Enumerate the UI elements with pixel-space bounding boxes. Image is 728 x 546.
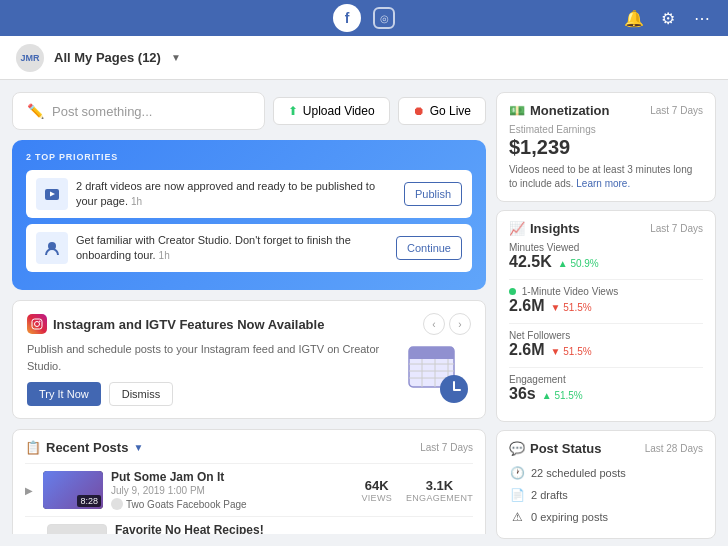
- priority-item-1: 2 draft videos are now approved and read…: [26, 170, 472, 218]
- post-thumbnail-1: 8:28: [43, 471, 103, 509]
- monetization-note: Videos need to be at least 3 minutes lon…: [509, 163, 703, 191]
- right-column: 💵 Monetization Last 7 Days Estimated Ear…: [496, 92, 716, 534]
- post-title-2: Favorite No Heat Recipes!: [115, 523, 353, 534]
- recent-posts-icon: 📋: [25, 440, 41, 455]
- go-live-button[interactable]: ⏺ Go Live: [398, 97, 486, 125]
- instagram-banner-body: Publish and schedule posts to your Insta…: [27, 341, 471, 406]
- more-options-icon[interactable]: ⋯: [692, 8, 712, 28]
- svg-point-5: [39, 321, 41, 323]
- recent-posts-header: 📋 Recent Posts ▼ Last 7 Days: [25, 440, 473, 455]
- divider: [509, 323, 703, 324]
- chevron-down-icon[interactable]: ▼: [171, 52, 181, 63]
- post-date-1: July 9, 2019 1:00 PM: [111, 485, 353, 496]
- instagram-banner-title: Instagram and IGTV Features Now Availabl…: [53, 317, 417, 332]
- try-it-now-button[interactable]: Try It Now: [27, 382, 101, 406]
- priority-video-icon: [36, 178, 68, 210]
- insights-row-engagement: Engagement 36s ▲ 51.5%: [509, 374, 703, 403]
- edit-icon: ✏️: [27, 103, 44, 119]
- trend-up-icon: ▲ 51.5%: [542, 390, 583, 401]
- post-status-period: Last 28 Days: [645, 443, 703, 454]
- instagram-banner-actions: Try It Now Dismiss: [27, 382, 393, 406]
- trend-down-icon: ▼ 51.5%: [551, 302, 592, 313]
- chevron-down-icon[interactable]: ▼: [133, 442, 143, 453]
- facebook-nav-icon[interactable]: f: [333, 4, 361, 32]
- post-thumbnail-2: Aa: [47, 524, 107, 534]
- left-column: ✏️ Post something... ⬆ Upload Video ⏺ Go…: [12, 92, 486, 534]
- priorities-card: 2 TOP PRIORITIES 2 draft videos are now …: [12, 140, 486, 290]
- recent-posts-title: 📋 Recent Posts ▼: [25, 440, 143, 455]
- priority-text-2: Get familiar with Creator Studio. Don't …: [76, 233, 388, 264]
- post-stats-2: -- VIEWS 3.1K ENGAGEMENT: [361, 531, 473, 535]
- settings-gear-icon[interactable]: ⚙: [658, 8, 678, 28]
- insights-row-video-views: 1-Minute Video Views 2.6M ▼ 51.5%: [509, 286, 703, 315]
- recent-posts-card: 📋 Recent Posts ▼ Last 7 Days ▶ 8:28 Put …: [12, 429, 486, 534]
- views-stat-1: 64K VIEWS: [361, 478, 392, 503]
- warning-icon: ⚠: [509, 510, 525, 524]
- upload-icon: ⬆: [288, 104, 298, 118]
- banner-prev-button[interactable]: ‹: [423, 313, 445, 335]
- instagram-banner-header: Instagram and IGTV Features Now Availabl…: [27, 313, 471, 335]
- trend-up-icon: ▲ 50.9%: [558, 258, 599, 269]
- notification-bell-icon[interactable]: 🔔: [624, 8, 644, 28]
- publish-button[interactable]: Publish: [404, 182, 462, 206]
- monetization-title: 💵 Monetization: [509, 103, 609, 118]
- green-dot-icon: [509, 288, 516, 295]
- learn-more-link[interactable]: Learn more.: [576, 178, 630, 189]
- drafts-row: 📄 2 drafts: [509, 484, 703, 506]
- post-status-header: 💬 Post Status Last 28 Days: [509, 441, 703, 456]
- video-indicator-icon: ▶: [25, 485, 33, 496]
- post-stats-1: 64K VIEWS 3.1K ENGAGEMENT: [361, 478, 473, 503]
- post-status-card: 💬 Post Status Last 28 Days 🕐 22 schedule…: [496, 430, 716, 539]
- post-title-1: Put Some Jam On It: [111, 470, 353, 484]
- nav-center: f ◎: [333, 4, 395, 32]
- insights-card: 📈 Insights Last 7 Days Minutes Viewed 42…: [496, 210, 716, 422]
- priority-text-1: 2 draft videos are now approved and read…: [76, 179, 396, 210]
- post-page-1: Two Goats Facebook Page: [111, 498, 353, 510]
- scheduled-posts-row: 🕐 22 scheduled posts: [509, 462, 703, 484]
- monetization-card: 💵 Monetization Last 7 Days Estimated Ear…: [496, 92, 716, 202]
- money-icon: 💵: [509, 103, 525, 118]
- video-duration-1: 8:28: [77, 495, 101, 507]
- drafts-icon: 📄: [509, 488, 525, 502]
- post-status-icon: 💬: [509, 441, 525, 456]
- svg-rect-8: [409, 355, 454, 359]
- clock-icon: 🕐: [509, 466, 525, 480]
- svg-point-4: [35, 322, 40, 327]
- insights-row-minutes: Minutes Viewed 42.5K ▲ 50.9%: [509, 242, 703, 271]
- insights-period: Last 7 Days: [650, 223, 703, 234]
- monetization-period: Last 7 Days: [650, 105, 703, 116]
- post-status-title: 💬 Post Status: [509, 441, 602, 456]
- post-composer-bar[interactable]: ✏️ Post something...: [12, 92, 265, 130]
- post-row: 📝 Aa Favorite No Heat Recipes! July 12, …: [25, 516, 473, 534]
- sub-header: JMR All My Pages (12) ▼: [0, 36, 728, 80]
- post-info-2: Favorite No Heat Recipes! July 12, 2019 …: [115, 523, 353, 534]
- top-action-area: ✏️ Post something... ⬆ Upload Video ⏺ Go…: [12, 92, 486, 130]
- trend-down-icon: ▼ 51.5%: [551, 346, 592, 357]
- expiring-posts-row: ⚠ 0 expiring posts: [509, 506, 703, 528]
- insights-row-followers: Net Followers 2.6M ▼ 51.5%: [509, 330, 703, 359]
- post-page-avatar-icon: [111, 498, 123, 510]
- nav-right-actions: 🔔 ⚙ ⋯: [624, 8, 712, 28]
- earnings-value: $1,239: [509, 136, 703, 159]
- earnings-label: Estimated Earnings: [509, 124, 703, 135]
- divider: [509, 367, 703, 368]
- main-layout: ✏️ Post something... ⬆ Upload Video ⏺ Go…: [0, 80, 728, 546]
- views-stat-2: -- VIEWS: [361, 531, 392, 535]
- live-icon: ⏺: [413, 104, 425, 118]
- insights-icon: 📈: [509, 221, 525, 236]
- svg-rect-3: [32, 319, 42, 329]
- post-info-1: Put Some Jam On It July 9, 2019 1:00 PM …: [111, 470, 353, 510]
- insights-card-header: 📈 Insights Last 7 Days: [509, 221, 703, 236]
- instagram-nav-icon[interactable]: ◎: [373, 7, 395, 29]
- post-row: ▶ 8:28 Put Some Jam On It July 9, 2019 1…: [25, 463, 473, 516]
- monetization-card-header: 💵 Monetization Last 7 Days: [509, 103, 703, 118]
- instagram-banner: Instagram and IGTV Features Now Availabl…: [12, 300, 486, 419]
- post-placeholder-text: Post something...: [52, 104, 152, 119]
- banner-next-button[interactable]: ›: [449, 313, 471, 335]
- upload-video-button[interactable]: ⬆ Upload Video: [273, 97, 390, 125]
- all-pages-selector[interactable]: All My Pages (12): [54, 50, 161, 65]
- continue-button[interactable]: Continue: [396, 236, 462, 260]
- top-navigation: f ◎ 🔔 ⚙ ⋯: [0, 0, 728, 36]
- dismiss-button[interactable]: Dismiss: [109, 382, 174, 406]
- instagram-banner-nav: ‹ ›: [423, 313, 471, 335]
